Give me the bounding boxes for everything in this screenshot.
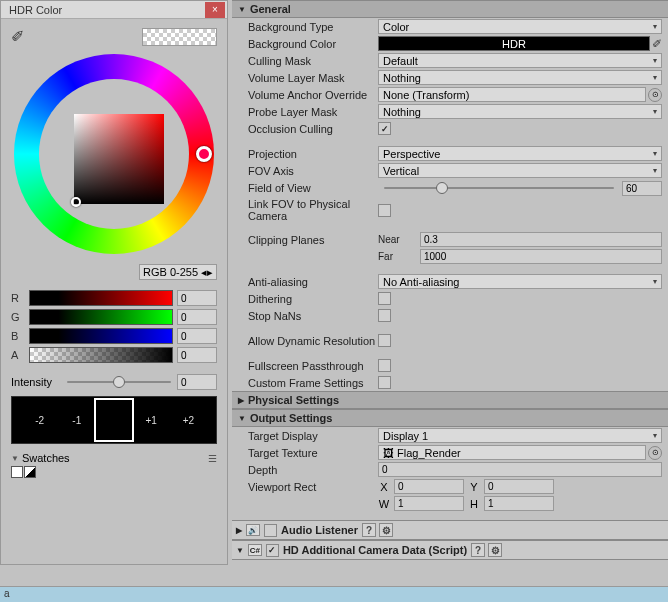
bgcolor-field[interactable]: HDR [378, 36, 650, 51]
probelayer-dropdown[interactable]: Nothing▾ [378, 104, 662, 119]
far-input[interactable] [420, 249, 662, 264]
volanchor-field[interactable]: None (Transform) [378, 87, 646, 102]
h-label: H [468, 498, 480, 510]
audio-listener-header[interactable]: ▶ 🔊 Audio Listener ? ⚙ [232, 520, 668, 540]
viewport-label: Viewport Rect [238, 481, 378, 493]
b-label: B [11, 330, 25, 342]
object-picker-icon[interactable]: ⊙ [648, 88, 662, 102]
audio-listener-title: Audio Listener [281, 524, 358, 536]
sv-marker[interactable] [71, 197, 81, 207]
hue-marker[interactable] [196, 146, 212, 162]
saturation-square[interactable] [74, 114, 164, 204]
targettex-field[interactable]: 🖼 Flag_Render [378, 445, 646, 460]
inspector-panel: ▼ General Background Type Color▾ Backgro… [232, 0, 668, 602]
cullingmask-dropdown[interactable]: Default▾ [378, 53, 662, 68]
a-slider[interactable] [29, 347, 173, 363]
general-header[interactable]: ▼ General [232, 0, 668, 18]
g-input[interactable] [177, 309, 217, 325]
swatches-foldout-icon: ▼ [11, 454, 19, 463]
swatch-black-white[interactable] [24, 466, 36, 478]
color-wheel[interactable] [14, 54, 214, 254]
fov-label: Field of View [238, 182, 378, 194]
w-label: W [378, 498, 390, 510]
linkfov-checkbox[interactable] [378, 204, 391, 217]
allowdyn-checkbox[interactable] [378, 334, 391, 347]
stopnans-checkbox[interactable] [378, 309, 391, 322]
aa-label: Anti-aliasing [238, 276, 378, 288]
targetdisplay-dropdown[interactable]: Display 1▾ [378, 428, 662, 443]
dithering-checkbox[interactable] [378, 292, 391, 305]
hdr-title: HDR Color [3, 4, 62, 16]
g-slider[interactable] [29, 309, 173, 325]
custom-checkbox[interactable] [378, 376, 391, 389]
swatches-menu-icon[interactable]: ☰ [208, 453, 217, 464]
preset-plus1[interactable]: +1 [134, 400, 169, 440]
color-mode-label: RGB 0-255 [143, 266, 198, 278]
bgcolor-label: Background Color [238, 38, 378, 50]
aa-dropdown[interactable]: No Anti-aliasing▾ [378, 274, 662, 289]
swatches-header[interactable]: ▼ Swatches ☰ [1, 446, 227, 466]
b-input[interactable] [177, 328, 217, 344]
clipplanes-label: Clipping Planes [238, 234, 378, 246]
linkfov-label: Link FOV to Physical Camera [238, 198, 378, 222]
intensity-presets: -2 -1 +1 +2 [11, 396, 217, 444]
bgtype-dropdown[interactable]: Color▾ [378, 19, 662, 34]
help-icon[interactable]: ? [471, 543, 485, 557]
volanchor-label: Volume Anchor Override [238, 89, 378, 101]
fullscreen-checkbox[interactable] [378, 359, 391, 372]
output-header[interactable]: ▼ Output Settings [232, 409, 668, 427]
color-mode-dropdown[interactable]: RGB 0-255◂▸ [139, 264, 217, 280]
vollayer-label: Volume Layer Mask [238, 72, 378, 84]
custom-label: Custom Frame Settings [238, 377, 378, 389]
script-icon: C# [248, 544, 262, 556]
a-label: A [11, 349, 25, 361]
eyedropper-icon[interactable]: ✐ [11, 27, 24, 46]
targettex-label: Target Texture [238, 447, 378, 459]
viewport-h-input[interactable] [484, 496, 554, 511]
viewport-x-input[interactable] [394, 479, 464, 494]
occlusion-checkbox[interactable] [378, 122, 391, 135]
audio-icon: 🔊 [246, 524, 260, 536]
hd-camera-header[interactable]: ▼ C# HD Additional Camera Data (Script) … [232, 540, 668, 560]
eyedropper-icon[interactable]: ✐ [652, 37, 662, 51]
intensity-input[interactable] [177, 374, 217, 390]
settings-icon[interactable]: ⚙ [379, 523, 393, 537]
far-label: Far [378, 251, 414, 262]
r-input[interactable] [177, 290, 217, 306]
hdcam-enable-checkbox[interactable] [266, 544, 279, 557]
projection-dropdown[interactable]: Perspective▾ [378, 146, 662, 161]
a-input[interactable] [177, 347, 217, 363]
near-label: Near [378, 234, 414, 245]
intensity-slider[interactable] [67, 374, 171, 390]
near-input[interactable] [420, 232, 662, 247]
color-preview [142, 28, 217, 46]
object-picker-icon[interactable]: ⊙ [648, 446, 662, 460]
depth-input[interactable] [378, 462, 662, 477]
vollayer-dropdown[interactable]: Nothing▾ [378, 70, 662, 85]
bgtype-label: Background Type [238, 21, 378, 33]
help-icon[interactable]: ? [362, 523, 376, 537]
close-button[interactable]: × [205, 2, 225, 18]
b-slider[interactable] [29, 328, 173, 344]
preset-minus2[interactable]: -2 [22, 400, 57, 440]
viewport-y-input[interactable] [484, 479, 554, 494]
fov-slider[interactable] [384, 180, 614, 196]
preset-plus2[interactable]: +2 [171, 400, 206, 440]
settings-icon[interactable]: ⚙ [488, 543, 502, 557]
swatches-row [1, 466, 227, 478]
physical-header[interactable]: ▶ Physical Settings [232, 391, 668, 409]
x-label: X [378, 481, 390, 493]
fovaxis-dropdown[interactable]: Vertical▾ [378, 163, 662, 178]
fov-input[interactable] [622, 181, 662, 196]
viewport-w-input[interactable] [394, 496, 464, 511]
audio-enable-checkbox[interactable] [264, 524, 277, 537]
preset-minus1[interactable]: -1 [59, 400, 94, 440]
swatch-white[interactable] [11, 466, 23, 478]
preset-current[interactable] [96, 400, 131, 440]
targetdisplay-label: Target Display [238, 430, 378, 442]
occlusion-label: Occlusion Culling [238, 123, 378, 135]
r-slider[interactable] [29, 290, 173, 306]
hd-camera-title: HD Additional Camera Data (Script) [283, 544, 467, 556]
cullingmask-label: Culling Mask [238, 55, 378, 67]
foldout-icon: ▼ [236, 546, 244, 555]
